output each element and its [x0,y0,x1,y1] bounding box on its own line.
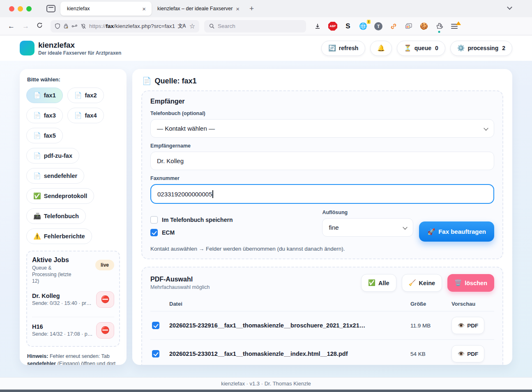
faxnummer-field[interactable]: 0233192000000005 [150,184,494,204]
pdf-preview-button[interactable]: 👁️ PDF [451,345,484,362]
back-button[interactable]: ← [4,21,18,32]
link-extension-icon[interactable] [389,21,398,31]
pdf-preview-label: PDF [467,323,478,329]
check-icon: ✅ [368,279,375,286]
jobs-title: Aktive Jobs [32,256,77,264]
bookmark-star-icon[interactable]: ☆ [189,22,195,30]
sidebar-item-fax3[interactable]: 📄fax3 [26,108,63,123]
alle-button[interactable]: ✅ Alle [361,274,396,292]
sidebar-item-telefonbuch[interactable]: 📠Telefonbuch [26,208,86,224]
job-info: H16 Sende: 14/32 · 17:08 · p… [32,323,92,337]
reload-icon [37,22,43,28]
new-tab-button[interactable]: + [247,4,256,13]
app-header: kienzlefax Der ideale Faxserver für Arzt… [0,35,532,61]
keine-button[interactable]: 🧹 Keine [402,274,442,292]
warning-icon: ⚠️ [33,233,41,240]
kontakt-select-value: — Kontakt wählen — [157,125,215,132]
close-window-button[interactable] [9,6,14,12]
processing-count: 2 [502,45,505,51]
tab-list-chevron-icon[interactable] [508,5,512,10]
no-entry-icon: ⛔ [101,326,109,334]
menu-hamburger-icon[interactable] [449,21,459,31]
ecm-checkbox[interactable] [150,229,158,236]
pdf-actions: ✅ Alle 🧹 Keine 🗑️ löschen [361,274,494,292]
sidebar: Bitte wählen: 📄fax1 📄fax2 📄fax3 📄fax4 📄f… [20,69,127,365]
telefonbuch-speichern-option[interactable]: Im Telefonbuch speichern [150,216,316,224]
stop-job-button[interactable]: ⛔ [96,322,114,339]
adblock-icon[interactable]: ABP [328,21,338,31]
page: kienzlefax Der ideale Faxserver für Arzt… [0,35,532,392]
empfaengername-field[interactable]: Dr. Kolleg [150,152,494,170]
sidebar-item-fax4[interactable]: 📄fax4 [67,108,104,123]
sidebar-item-label: fax2 [85,92,97,99]
sidebar-item-fax1[interactable]: 📄fax1 [26,88,63,103]
vorschau-column-header: Vorschau [451,301,494,307]
sidebar-item-sendefehler[interactable]: 📄sendefehler [26,168,84,184]
fax-beauftragen-button[interactable]: 🚀 Fax beauftragen [419,221,494,242]
sidebar-item-sendeprotokoll[interactable]: ✅Sendeprotokoll [26,188,94,204]
sidebar-item-fax2[interactable]: 📄fax2 [67,88,104,103]
globe-extension-icon[interactable]: 🌐! [358,21,368,31]
sidebar-item-fax5[interactable]: 📄fax5 [26,128,63,143]
tab-active[interactable]: kienzlefax × [60,2,152,16]
tab-background[interactable]: kienzlefax – der ideale Faxserver für × [157,5,241,13]
document-icon: 📄 [33,172,41,180]
minimize-window-button[interactable] [18,6,23,12]
telefonbuch-speichern-checkbox[interactable] [150,216,158,224]
blocked-permission-icon[interactable] [81,23,86,29]
maximize-window-button[interactable] [26,6,32,12]
bottom-strip [0,390,532,392]
translate-icon[interactable]: 文A [178,23,186,30]
refresh-icon: 🔄 [328,44,336,52]
t-extension-icon[interactable]: T [373,21,383,31]
tab-close-icon[interactable]: × [234,5,241,13]
ecm-option[interactable]: ECM [150,229,316,236]
pdf-auswahl-section: PDF-Auswahl Mehrfachauswahl möglich ✅ Al… [141,267,503,365]
kontakt-note: Kontakt auswählen → Felder werden überno… [150,246,494,252]
hint-text: Fehler erneut senden: Tab [48,353,109,359]
check-icon: ✅ [33,192,41,200]
live-badge: live [95,260,114,270]
download-icon[interactable] [313,21,322,31]
url-text[interactable]: https://fax/kienzlefax.php?src=fax1 [89,23,175,29]
sidebar-item-fehlerberichte[interactable]: ⚠️Fehlerberichte [26,228,92,244]
job-info: Dr. Kolleg Sende: 0/32 · 15:40 · pr… [32,293,92,306]
aufloesung-select[interactable]: fine [322,218,413,237]
url-bar[interactable]: https://fax/kienzlefax.php?src=fax1 文A ☆ [51,20,199,32]
loeschen-button[interactable]: 🗑️ löschen [447,274,494,292]
empfaengername-value: Dr. Kolleg [157,157,184,164]
sidebar-item-pdf-zu-fax[interactable]: 📄pdf-zu-fax [26,148,79,164]
file-checkbox[interactable] [152,322,159,329]
cookie-icon[interactable]: 🍪 [419,21,429,31]
tab-overview-icon[interactable] [46,5,55,12]
tab-close-icon[interactable]: × [140,5,147,13]
extension-icons: ABP S 🌐! T 🍪 [313,21,459,31]
lock-warning-icon[interactable] [63,23,69,29]
refresh-label: refresh [339,45,358,51]
search-bar[interactable]: Search [204,20,306,32]
kontakt-select[interactable]: — Kontakt wählen — [150,119,494,138]
tab-bar: kienzlefax × kienzlefax – der ideale Fax… [0,0,532,17]
refresh-button[interactable]: 🔄 refresh [321,41,365,56]
queue-count: 0 [435,45,438,51]
queue-label: queue [415,45,431,51]
tab-title: kienzlefax [67,6,140,12]
forward-button[interactable]: → [18,21,33,32]
reload-button[interactable] [33,21,46,32]
permissions-icon[interactable] [71,24,78,29]
stop-job-button[interactable]: ⛔ [96,291,114,308]
aufloesung-column: Auflösung fine [322,210,413,242]
processing-button[interactable]: ⚙️ processing 2 [450,41,512,56]
screenshot-extension-icon[interactable] [404,21,414,31]
shield-icon[interactable] [55,23,60,29]
rocket-icon: 🚀 [427,228,435,235]
extensions-puzzle-icon[interactable] [434,21,444,31]
extension-notification-dot [438,31,440,33]
gear-icon: ⚙️ [457,44,465,52]
hint-bold: sendefehler [27,361,56,365]
notifications-button[interactable]: 🔔 [370,41,392,56]
queue-button[interactable]: ⏳ queue 0 [397,41,445,56]
file-checkbox[interactable] [152,350,159,357]
pdf-preview-button[interactable]: 👁️ PDF [451,317,484,334]
startpage-icon[interactable]: S [343,21,353,31]
